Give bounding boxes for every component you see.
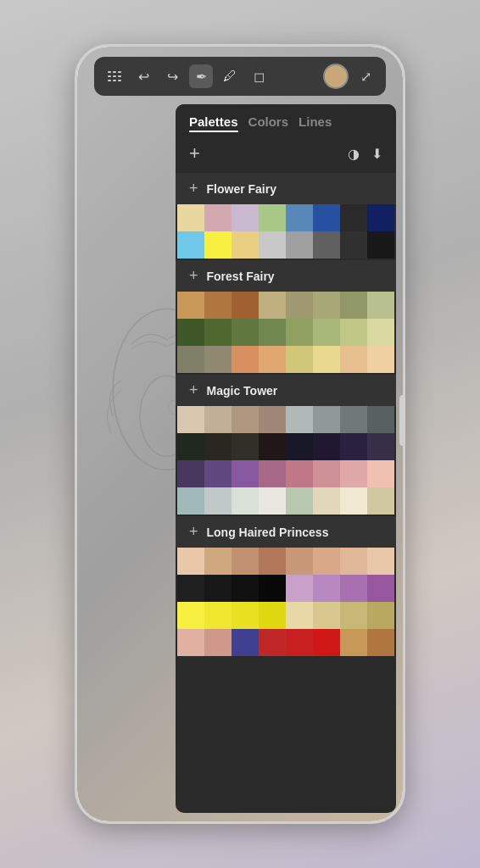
color-cell[interactable] <box>177 433 204 460</box>
color-cell[interactable] <box>177 602 204 629</box>
color-cell[interactable] <box>204 548 232 575</box>
color-cell[interactable] <box>177 204 204 231</box>
color-cell[interactable] <box>259 319 286 346</box>
color-cell[interactable] <box>286 575 313 602</box>
color-cell[interactable] <box>204 602 232 629</box>
color-cell[interactable] <box>340 319 367 346</box>
color-cell[interactable] <box>232 346 259 373</box>
color-cell[interactable] <box>204 629 232 656</box>
color-cell[interactable] <box>340 575 367 602</box>
color-cell[interactable] <box>259 204 286 231</box>
color-cell[interactable] <box>259 487 286 515</box>
color-cell[interactable] <box>232 460 259 487</box>
color-cell[interactable] <box>367 548 394 575</box>
color-cell[interactable] <box>286 204 313 231</box>
color-cell[interactable] <box>177 460 204 487</box>
color-cell[interactable] <box>340 487 367 515</box>
palette-forest-fairy-add[interactable]: + <box>189 267 198 285</box>
color-cell[interactable] <box>177 575 204 602</box>
side-button[interactable] <box>399 395 403 446</box>
color-cell[interactable] <box>367 231 394 259</box>
color-cell[interactable] <box>367 319 394 346</box>
color-cell[interactable] <box>367 602 394 629</box>
color-cell[interactable] <box>340 231 367 259</box>
color-cell[interactable] <box>286 460 313 487</box>
color-cell[interactable] <box>313 460 340 487</box>
color-cell[interactable] <box>340 346 367 373</box>
stylus-icon[interactable]: ✒ <box>189 64 213 88</box>
color-cell[interactable] <box>286 629 313 656</box>
color-cell[interactable] <box>232 629 259 656</box>
color-cell[interactable] <box>286 319 313 346</box>
color-cell[interactable] <box>286 406 313 433</box>
color-cell[interactable] <box>204 487 232 515</box>
history-icon[interactable]: ◑ <box>348 146 360 162</box>
color-cell[interactable] <box>286 487 313 515</box>
tab-palettes[interactable]: Palettes <box>189 114 238 132</box>
color-cell[interactable] <box>367 346 394 373</box>
color-cell[interactable] <box>177 231 204 259</box>
color-cell[interactable] <box>259 548 286 575</box>
color-cell[interactable] <box>204 319 232 346</box>
color-cell[interactable] <box>340 292 367 319</box>
color-cell[interactable] <box>259 433 286 460</box>
color-cell[interactable] <box>286 602 313 629</box>
color-picker[interactable] <box>323 64 349 89</box>
color-cell[interactable] <box>232 292 259 319</box>
color-cell[interactable] <box>367 433 394 460</box>
brush-icon[interactable]: 🖊 <box>218 64 242 88</box>
color-cell[interactable] <box>177 629 204 656</box>
color-cell[interactable] <box>232 487 259 515</box>
color-cell[interactable] <box>313 487 340 515</box>
color-cell[interactable] <box>232 433 259 460</box>
redo-icon[interactable]: ↪ <box>160 64 184 88</box>
palette-flower-fairy-add[interactable]: + <box>189 180 198 198</box>
color-cell[interactable] <box>340 204 367 231</box>
color-cell[interactable] <box>259 292 286 319</box>
undo-icon[interactable]: ↩ <box>131 64 155 88</box>
color-cell[interactable] <box>204 292 232 319</box>
color-cell[interactable] <box>367 406 394 433</box>
color-cell[interactable] <box>232 406 259 433</box>
color-cell[interactable] <box>340 406 367 433</box>
color-cell[interactable] <box>177 487 204 515</box>
color-cell[interactable] <box>313 231 340 259</box>
color-cell[interactable] <box>232 548 259 575</box>
color-cell[interactable] <box>204 460 232 487</box>
color-cell[interactable] <box>177 319 204 346</box>
palette-long-haired-princess-add[interactable]: + <box>189 523 198 541</box>
color-cell[interactable] <box>204 231 232 259</box>
color-cell[interactable] <box>204 575 232 602</box>
color-cell[interactable] <box>204 433 232 460</box>
color-cell[interactable] <box>232 602 259 629</box>
color-cell[interactable] <box>313 346 340 373</box>
color-cell[interactable] <box>286 548 313 575</box>
color-cell[interactable] <box>259 602 286 629</box>
color-cell[interactable] <box>313 433 340 460</box>
color-cell[interactable] <box>286 346 313 373</box>
color-cell[interactable] <box>313 319 340 346</box>
color-cell[interactable] <box>259 231 286 259</box>
color-cell[interactable] <box>177 346 204 373</box>
color-cell[interactable] <box>367 292 394 319</box>
tab-colors[interactable]: Colors <box>248 114 289 132</box>
color-cell[interactable] <box>259 575 286 602</box>
color-cell[interactable] <box>367 575 394 602</box>
color-cell[interactable] <box>204 204 232 231</box>
color-cell[interactable] <box>367 204 394 231</box>
color-cell[interactable] <box>204 346 232 373</box>
color-cell[interactable] <box>340 548 367 575</box>
color-cell[interactable] <box>313 575 340 602</box>
color-cell[interactable] <box>232 204 259 231</box>
tab-lines[interactable]: Lines <box>299 114 332 132</box>
color-cell[interactable] <box>259 460 286 487</box>
color-cell[interactable] <box>177 292 204 319</box>
new-palette-button[interactable]: + <box>189 142 200 164</box>
color-cell[interactable] <box>313 602 340 629</box>
color-cell[interactable] <box>367 460 394 487</box>
color-cell[interactable] <box>313 292 340 319</box>
color-cell[interactable] <box>177 406 204 433</box>
color-cell[interactable] <box>313 406 340 433</box>
menu-icon[interactable] <box>103 64 126 88</box>
color-cell[interactable] <box>286 433 313 460</box>
